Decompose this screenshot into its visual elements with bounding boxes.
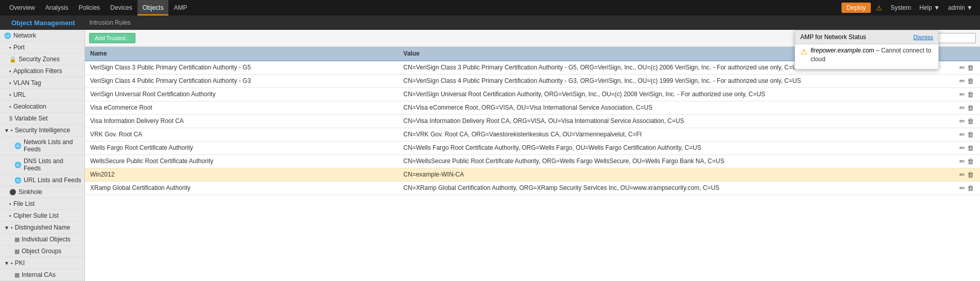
- notification-warn-icon: ⚠: [800, 47, 807, 57]
- delete-button[interactable]: 🗑: [967, 144, 974, 152]
- delete-button[interactable]: 🗑: [967, 131, 974, 138]
- cell-value: CN=VeriSign Universal Root Certification…: [398, 88, 953, 101]
- nav-analysis[interactable]: Analysis: [40, 0, 74, 15]
- expand-icon-dn: ▼: [4, 225, 9, 231]
- object-groups-icon: ▦: [14, 248, 20, 255]
- delete-button[interactable]: 🗑: [967, 64, 974, 72]
- sidebar-item-cipher-suite[interactable]: ▪ Cipher Suite List: [0, 210, 84, 222]
- sidebar-item-url-lists[interactable]: 🌐 URL Lists and Feeds: [0, 174, 84, 186]
- cell-name: VRK Gov. Root CA: [85, 128, 398, 142]
- notification-body: ⚠ firepower.example.com – Cannot connect…: [795, 44, 938, 69]
- cell-actions: ✏🗑: [953, 155, 980, 168]
- sidebar-label-distinguished-name: Distinguished Name: [15, 224, 70, 231]
- nav-objects[interactable]: Objects: [137, 0, 169, 15]
- cell-value: CN=VRK Gov. Root CA, ORG=Vaestorekisteri…: [398, 128, 953, 142]
- sidebar-label-sinkhole: Sinkhole: [19, 188, 42, 196]
- sidebar-item-vlan-tag[interactable]: ▪ VLAN Tag: [0, 77, 84, 89]
- edit-button[interactable]: ✏: [959, 117, 965, 125]
- edit-button[interactable]: ✏: [959, 104, 965, 112]
- variable-set-icon: $: [9, 115, 12, 121]
- nav-amp[interactable]: AMP: [168, 0, 192, 15]
- network-icon: 🌐: [4, 32, 11, 39]
- table-row: Visa eCommerce RootCN=Visa eCommerce Roo…: [85, 101, 980, 115]
- delete-button[interactable]: 🗑: [967, 77, 974, 85]
- edit-button[interactable]: ✏: [959, 91, 965, 98]
- table-row: Wells Fargo Root Certificate AuthorityCN…: [85, 142, 980, 155]
- port-icon: ▪: [9, 44, 11, 50]
- sidebar-item-file-list[interactable]: ▪ File List: [0, 198, 84, 210]
- sidebar-item-distinguished-name[interactable]: ▼ ▪ Distinguished Name: [0, 222, 84, 234]
- delete-button[interactable]: 🗑: [967, 184, 974, 192]
- cell-actions: ✏🗑: [953, 182, 980, 195]
- cell-name: Win2012: [85, 168, 398, 182]
- system-link[interactable]: System: [887, 4, 914, 11]
- deploy-button[interactable]: Deploy: [841, 3, 871, 13]
- table-row: WellsSecure Public Root Certificate Auth…: [85, 155, 980, 168]
- sidebar-label-security-intel: Security Intelligence: [15, 127, 70, 134]
- dismiss-button[interactable]: Dismiss: [914, 34, 934, 40]
- delete-button[interactable]: 🗑: [967, 171, 974, 179]
- security-zones-icon: 🔒: [9, 56, 16, 63]
- help-menu[interactable]: Help ▼: [916, 4, 943, 11]
- cell-actions: ✏🗑: [953, 168, 980, 182]
- sidebar-label-individual-objects: Individual Objects: [22, 236, 71, 243]
- sidebar-label-dns-lists: DNS Lists and Feeds: [24, 157, 81, 172]
- cell-name: VeriSign Universal Root Certification Au…: [85, 88, 398, 101]
- sidebar-item-app-filters[interactable]: ▪ Application Filters: [0, 65, 84, 77]
- edit-button[interactable]: ✏: [959, 64, 965, 72]
- delete-button[interactable]: 🗑: [967, 91, 974, 98]
- sidebar-item-object-groups[interactable]: ▦ Object Groups: [0, 245, 84, 257]
- delete-button[interactable]: 🗑: [967, 104, 974, 112]
- admin-menu[interactable]: admin ▼: [945, 4, 976, 11]
- sidebar-label-file-list: File List: [13, 200, 35, 207]
- sidebar-label-pki: PKI: [15, 259, 25, 267]
- sidebar-item-dns-lists[interactable]: 🌐 DNS Lists and Feeds: [0, 155, 84, 174]
- nav-overview[interactable]: Overview: [4, 0, 40, 15]
- sidebar-item-pki[interactable]: ▼ ▪ PKI: [0, 257, 84, 269]
- sidebar-item-security-intel[interactable]: ▼ ▪ Security Intelligence: [0, 125, 84, 136]
- sidebar-item-geolocation[interactable]: ▪ Geolocation: [0, 101, 84, 113]
- edit-button[interactable]: ✏: [959, 144, 965, 152]
- edit-button[interactable]: ✏: [959, 131, 965, 138]
- geolocation-icon: ▪: [9, 103, 11, 110]
- sidebar-item-port[interactable]: ▪ Port: [0, 42, 84, 54]
- page-title: Object Management: [4, 19, 82, 27]
- sidebar-item-sinkhole[interactable]: ⚫ Sinkhole: [0, 186, 84, 198]
- nav-policies[interactable]: Policies: [74, 0, 105, 15]
- cell-name: XRamp Global Certification Authority: [85, 182, 398, 195]
- sidebar-label-geolocation: Geolocation: [13, 103, 46, 110]
- cell-name: Visa Information Delivery Root CA: [85, 115, 398, 128]
- top-nav-right: Deploy ⚠ System Help ▼ admin ▼: [841, 3, 976, 13]
- edit-button[interactable]: ✏: [959, 184, 965, 192]
- cell-actions: ✏🗑: [953, 101, 980, 115]
- sidebar-item-individual-objects[interactable]: ▦ Individual Objects: [0, 234, 84, 245]
- table-row: VRK Gov. Root CACN=VRK Gov. Root CA, ORG…: [85, 128, 980, 142]
- sidebar-item-url[interactable]: ▪ URL: [0, 89, 84, 101]
- internal-cas-icon: ▦: [14, 272, 20, 278]
- cell-actions: ✏🗑: [953, 128, 980, 142]
- sidebar-item-network[interactable]: 🌐 Network: [0, 30, 84, 42]
- tab-intrusion-rules[interactable]: Intrusion Rules: [82, 15, 138, 30]
- edit-button[interactable]: ✏: [959, 157, 965, 165]
- top-navigation: Overview Analysis Policies Devices Objec…: [0, 0, 980, 15]
- warning-icon[interactable]: ⚠: [873, 4, 885, 12]
- edit-button[interactable]: ✏: [959, 77, 965, 85]
- table-container: Name Value VeriSign Class 3 Public Prima…: [85, 47, 980, 281]
- sidebar-label-cipher-suite: Cipher Suite List: [13, 212, 59, 219]
- nav-devices[interactable]: Devices: [105, 0, 137, 15]
- security-intel-icon: ▪: [11, 127, 13, 133]
- sidebar-item-network-lists[interactable]: 🌐 Network Lists and Feeds: [0, 136, 84, 155]
- sidebar-item-variable-set[interactable]: $ Variable Set: [0, 113, 84, 125]
- url-lists-icon: 🌐: [14, 177, 22, 184]
- edit-button[interactable]: ✏: [959, 171, 965, 179]
- sidebar-item-security-zones[interactable]: 🔒 Security Zones: [0, 54, 84, 65]
- add-trusted-button[interactable]: Add Trusted...: [89, 33, 135, 43]
- sidebar-label-vlan: VLAN Tag: [13, 79, 41, 86]
- delete-button[interactable]: 🗑: [967, 117, 974, 125]
- sidebar-item-internal-cas[interactable]: ▦ Internal CAs: [0, 269, 84, 281]
- cell-value: CN=Wells Fargo Root Certificate Authorit…: [398, 142, 953, 155]
- cell-name: Visa eCommerce Root: [85, 101, 398, 115]
- delete-button[interactable]: 🗑: [967, 157, 974, 165]
- table-row: VeriSign Class 4 Public Primary Certific…: [85, 75, 980, 88]
- cell-value: CN=WellsSecure Public Root Certificate A…: [398, 155, 953, 168]
